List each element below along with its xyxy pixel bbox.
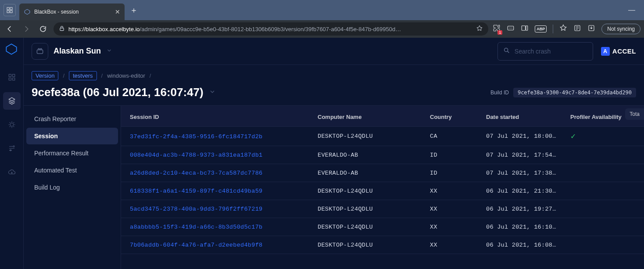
collections-icon[interactable] bbox=[521, 24, 529, 34]
date-started: 07 Jul 2021, 17:54… bbox=[479, 146, 563, 164]
rail-versions[interactable] bbox=[3, 92, 21, 110]
profiler-availability bbox=[563, 182, 644, 200]
game-icon bbox=[32, 43, 48, 60]
session-id-link[interactable]: 37ed31fc-2f4a-4385-9516-6fc184717d2b bbox=[130, 133, 262, 140]
rail-cloud[interactable] bbox=[3, 163, 21, 181]
breadcrumb-separator: / bbox=[63, 72, 64, 79]
minimize-button[interactable]: — bbox=[628, 6, 635, 14]
column-header[interactable]: Country bbox=[423, 106, 479, 127]
computer-name: EVERALDO-AB bbox=[311, 146, 423, 164]
session-id-link[interactable]: a26d8ded-2c10-4eca-bc73-7ca587dc7786 bbox=[130, 170, 262, 176]
table-area: Tota Session IDComputer NameCountryDate … bbox=[121, 106, 644, 269]
site-info-icon[interactable] bbox=[476, 25, 483, 33]
computer-name: DESKTOP-L24QDLU bbox=[311, 218, 423, 236]
tab-close-button[interactable]: ✕ bbox=[115, 8, 120, 15]
breadcrumb-separator: / bbox=[150, 72, 151, 79]
column-header[interactable]: Computer Name bbox=[311, 106, 423, 127]
crumb-testvers[interactable]: testvers bbox=[69, 71, 97, 80]
svg-rect-22 bbox=[37, 50, 43, 53]
sidebar-item-performance-result[interactable]: Performance Result bbox=[26, 145, 118, 161]
topbar: Alaskan Sun A ACCEL bbox=[24, 38, 644, 65]
search-box[interactable] bbox=[497, 42, 593, 61]
total-label: Tota bbox=[625, 108, 644, 120]
svg-rect-0 bbox=[7, 7, 9, 10]
browser-tab[interactable]: BlackBox - session ✕ bbox=[19, 4, 125, 20]
extension-puzzle-icon[interactable]: 1 bbox=[493, 24, 501, 34]
brand-text: ACCEL bbox=[612, 47, 636, 55]
page-header: Version / testvers / windows-editor / 9c… bbox=[24, 65, 644, 106]
brand-logo[interactable]: A ACCEL bbox=[601, 47, 636, 56]
tab-overview-button[interactable] bbox=[4, 4, 16, 16]
country: XX bbox=[423, 200, 479, 218]
profiler-availability bbox=[563, 200, 644, 218]
search-input[interactable] bbox=[515, 48, 587, 55]
check-icon: ✓ bbox=[570, 133, 576, 140]
forward-button[interactable] bbox=[20, 23, 32, 35]
chevron-down-icon[interactable] bbox=[209, 88, 216, 97]
sync-status[interactable]: Not syncing bbox=[601, 24, 640, 34]
new-tab-button[interactable]: ＋ bbox=[125, 5, 143, 15]
country: ID bbox=[423, 146, 479, 164]
rail-bugs[interactable] bbox=[3, 116, 21, 133]
abp-icon[interactable]: ABP bbox=[535, 25, 547, 32]
sessions-table: Session IDComputer NameCountryDate start… bbox=[121, 106, 644, 254]
back-button[interactable] bbox=[4, 23, 16, 35]
downloads-icon[interactable] bbox=[587, 24, 595, 34]
crumb-version[interactable]: Version bbox=[32, 71, 58, 80]
url-text: https://blackbox.accelbyte.io/admin/game… bbox=[68, 26, 472, 32]
profiler-availability: ✓ bbox=[563, 127, 644, 146]
more-apps-icon[interactable] bbox=[507, 24, 515, 34]
svg-marker-14 bbox=[6, 44, 16, 54]
search-icon bbox=[503, 47, 510, 56]
body: Crash ReporterSessionPerformance ResultA… bbox=[24, 106, 644, 269]
address-bar[interactable]: https://blackbox.accelbyte.io/admin/game… bbox=[54, 22, 488, 36]
column-header[interactable]: Session ID bbox=[121, 106, 311, 127]
svg-rect-11 bbox=[526, 26, 528, 31]
svg-point-9 bbox=[512, 28, 513, 29]
country: ID bbox=[423, 164, 479, 182]
toolbar-icons: 1 ABP Not syncing bbox=[493, 24, 640, 34]
refresh-button[interactable] bbox=[37, 23, 49, 35]
crumb-platform: windows-editor bbox=[107, 72, 145, 79]
game-selector[interactable]: Alaskan Sun bbox=[32, 43, 112, 60]
app-logo-icon[interactable] bbox=[5, 43, 18, 56]
date-started: 06 Jul 2021, 16:08… bbox=[479, 236, 563, 254]
svg-point-20 bbox=[13, 146, 14, 147]
build-id-value: 9cefe38a-9300-49c7-8de4-7e39da4bd290 bbox=[513, 88, 636, 97]
breadcrumb-separator: / bbox=[101, 72, 103, 79]
computer-name: DESKTOP-L24QDLU bbox=[311, 182, 423, 200]
date-started: 07 Jul 2021, 18:00… bbox=[479, 127, 563, 146]
session-id-link[interactable]: 5acd3475-2378-400a-9dd3-796f2ff67219 bbox=[130, 206, 262, 212]
sidebar-item-crash-reporter[interactable]: Crash Reporter bbox=[26, 111, 118, 127]
date-started: 07 Jul 2021, 17:38… bbox=[479, 164, 563, 182]
rail-settings[interactable] bbox=[3, 140, 21, 157]
favorites-icon[interactable] bbox=[559, 24, 567, 34]
sidebar-item-automated-test[interactable]: Automated Test bbox=[26, 162, 118, 179]
computer-name: DESKTOP-L24QDLU bbox=[311, 127, 423, 146]
profiler-availability bbox=[563, 236, 644, 254]
svg-point-25 bbox=[504, 48, 508, 51]
table-row: a26d8ded-2c10-4eca-bc73-7ca587dc7786EVER… bbox=[121, 164, 644, 182]
separator bbox=[553, 25, 553, 33]
reading-list-icon[interactable] bbox=[573, 24, 581, 34]
browser-toolbar: https://blackbox.accelbyte.io/admin/game… bbox=[0, 20, 644, 38]
table-row: 7b06addb-604f-4a76-afa7-d2eebed4b9f8DESK… bbox=[121, 236, 644, 254]
sidebar-item-session[interactable]: Session bbox=[26, 128, 118, 144]
svg-point-24 bbox=[40, 48, 42, 50]
sidebar-item-build-log[interactable]: Build Log bbox=[26, 179, 118, 196]
build-id-label: Build ID bbox=[490, 90, 509, 96]
lock-icon bbox=[59, 25, 65, 33]
session-id-link[interactable]: 008e404d-ac3b-4788-9373-a831ea187db1 bbox=[130, 152, 262, 158]
computer-name: DESKTOP-L24QDLU bbox=[311, 200, 423, 218]
column-header[interactable]: Date started bbox=[479, 106, 563, 127]
session-id-link[interactable]: 7b06addb-604f-4a76-afa7-d2eebed4b9f8 bbox=[130, 242, 262, 248]
content: Alaskan Sun A ACCEL Version / testvers bbox=[24, 38, 644, 269]
computer-name: EVERALDO-AB bbox=[311, 164, 423, 182]
svg-rect-5 bbox=[60, 28, 64, 30]
session-id-link[interactable]: 618338f1-a6a1-4159-897f-c481cd49ba59 bbox=[130, 188, 262, 194]
country: CA bbox=[423, 127, 479, 146]
svg-point-7 bbox=[509, 28, 510, 29]
rail-dashboard[interactable] bbox=[3, 68, 21, 86]
table-row: 37ed31fc-2f4a-4385-9516-6fc184717d2bDESK… bbox=[121, 127, 644, 146]
session-id-link[interactable]: a8abbbb5-15f3-419d-a66c-8b3d50d5c17b bbox=[130, 224, 262, 230]
